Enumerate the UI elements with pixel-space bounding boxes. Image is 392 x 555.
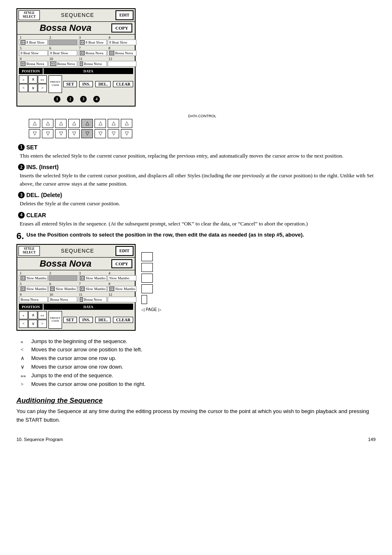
grid-cell: Bossa Nova — [48, 297, 77, 302]
nav-left-btn-2[interactable]: < — [19, 320, 28, 328]
dc-down-4[interactable]: ▽ — [68, 129, 80, 138]
dc-up-4[interactable]: △ — [68, 119, 80, 128]
grid-cell: 8 Beat Slow — [48, 50, 77, 56]
circle-2: 2 — [67, 96, 74, 102]
grid-num: 3 — [78, 35, 107, 39]
bullet-text: Moves the cursor arrow one row up. — [31, 354, 116, 363]
item-del-title: DEL. (Delete) — [26, 192, 62, 198]
grid-num: 12 — [108, 293, 136, 297]
data-control-section: DATA CONTROL △ △ △ △ △ △ △ △ ▽ ▽ ▽ ▽ ▽ ▽… — [29, 114, 376, 138]
dc-down-8[interactable]: ▽ — [121, 129, 132, 138]
bullet-item-6: > Moves the cursor arrow one position to… — [21, 380, 376, 389]
item-del-body: Deletes the Style at the current cursor … — [20, 200, 376, 208]
nav-right-btn[interactable]: > — [38, 84, 47, 92]
edit-btn-2[interactable]: EDIT — [115, 246, 134, 256]
grid-cell: EBossa Nova — [78, 61, 107, 67]
grid-cell: F8Slow Mambo — [48, 286, 77, 292]
nav-up-btn-2[interactable]: ∧ — [28, 311, 37, 319]
bullet-sym: < — [21, 346, 29, 354]
clear-btn-2[interactable]: CLEAR — [113, 317, 133, 323]
item-ins-header: 2 INS. (Insert) — [16, 164, 376, 170]
del-btn[interactable]: DEL. — [95, 81, 111, 87]
nav-up-btn[interactable]: ∧ — [28, 75, 37, 84]
bullet-sym: ∧ — [21, 354, 29, 363]
clear-btn[interactable]: CLEAR — [113, 81, 133, 87]
style-select-btn-2[interactable]: STYLESELECT — [18, 246, 40, 256]
bullet-item-5: »» Jumps to the end of the sequence. — [21, 372, 376, 380]
dc-up-7[interactable]: △ — [108, 119, 119, 128]
circle-clear: 4 — [18, 212, 25, 218]
set-btn-2[interactable]: SET — [63, 317, 77, 323]
dc-up-row: △ △ △ △ △ △ △ △ — [29, 119, 376, 128]
page-rect-3 — [141, 274, 153, 283]
dc-up-3[interactable]: △ — [55, 119, 67, 128]
page-nav[interactable]: ◁ PAGE ▷ — [141, 307, 161, 312]
grid-num: 6 — [48, 46, 77, 50]
grid-cell: EBossa Nova — [78, 297, 107, 302]
nav-first-btn-2[interactable]: « — [19, 311, 28, 319]
nav-last-btn-2[interactable]: »» — [38, 311, 47, 319]
nav-group-2: « ∧ »» < ∨ > — [19, 311, 47, 329]
item-clear-title: CLEAR — [26, 212, 46, 218]
edit-btn[interactable]: EDIT — [115, 10, 134, 20]
ins-btn[interactable]: INS. — [79, 81, 93, 87]
circle-ins: 2 — [18, 164, 25, 170]
second-screen: STYLESELECT SEQUENCE EDIT Bossa Nova COP… — [16, 244, 136, 331]
preset-user-btn-2[interactable]: PRESETUSER — [48, 311, 62, 329]
nav-down-btn-2[interactable]: ∨ — [28, 320, 37, 328]
auditioning-body: You can play the Sequence at any time du… — [16, 407, 376, 425]
grid-cell: R48 Beat Slow — [78, 39, 107, 45]
dc-down-5[interactable]: ▽ — [81, 129, 93, 138]
footer-chapter: 10. Sequence Program — [16, 437, 63, 442]
dc-down-1[interactable]: ▽ — [29, 129, 40, 138]
bullet-text: Jumps to the end of the sequence. — [31, 372, 113, 380]
grid-num: 11 — [78, 293, 107, 297]
dc-up-6[interactable]: △ — [95, 119, 106, 128]
ins-btn-2[interactable]: INS. — [79, 317, 93, 323]
bullet-sym: »» — [21, 372, 29, 380]
circle-3: 3 — [80, 96, 87, 102]
grid-cell — [108, 61, 136, 67]
style-select-btn[interactable]: STYLESELECT — [18, 10, 40, 20]
dc-down-2[interactable]: ▽ — [42, 129, 53, 138]
circle-1: 1 — [54, 96, 60, 102]
item-ins: 2 INS. (Insert) Inserts the selected Sty… — [16, 164, 376, 188]
item-set-header: 1 SET — [16, 144, 376, 151]
grid-num: 1 — [19, 271, 48, 275]
grid-cell — [48, 39, 77, 45]
dc-down-7[interactable]: ▽ — [108, 129, 119, 138]
dc-up-8[interactable]: △ — [121, 119, 132, 128]
nav-right-btn-2[interactable]: > — [38, 320, 47, 328]
dc-up-2[interactable]: △ — [42, 119, 53, 128]
circle-4: 4 — [93, 96, 100, 102]
grid-num: 12 — [108, 57, 136, 61]
dc-up-1[interactable]: △ — [29, 119, 40, 128]
second-screen-wrapper: STYLESELECT SEQUENCE EDIT Bossa Nova COP… — [16, 244, 376, 334]
grid-cell: 8 Beat Slow — [19, 50, 48, 56]
item-set-title: SET — [26, 144, 37, 151]
circle-set: 1 — [18, 144, 25, 151]
copy-btn-2[interactable]: COPY — [111, 259, 132, 268]
item-del: 3 DEL. (Delete) Deletes the Style at the… — [16, 192, 376, 208]
page-footer: 10. Sequence Program 149 — [16, 437, 376, 442]
preset-user-btn[interactable]: PRESETUSER — [48, 75, 62, 93]
data-label: DATA — [44, 68, 133, 74]
page-rect-1 — [141, 252, 153, 261]
grid-cell: R48 Beat Slow — [19, 39, 48, 45]
nav-down-btn[interactable]: ∨ — [28, 84, 37, 92]
bullet-item-1: « Jumps to the beginning of the sequence… — [21, 337, 376, 346]
copy-btn[interactable]: COPY — [111, 23, 132, 33]
nav-last-btn[interactable]: »» — [38, 75, 47, 84]
dc-down-6[interactable]: ▽ — [95, 129, 106, 138]
item-clear-body: Erases all entered Styles in the sequenc… — [20, 220, 376, 228]
set-btn[interactable]: SET — [63, 81, 77, 87]
nav-group: « ∧ »» < ∨ > — [19, 75, 47, 93]
nav-first-btn[interactable]: « — [19, 75, 28, 84]
screen-title-2: Bossa Nova — [20, 258, 111, 269]
dc-up-5[interactable]: △ — [81, 119, 93, 128]
grid-cell: Slow Mambo — [108, 275, 136, 281]
dc-down-3[interactable]: ▽ — [55, 129, 67, 138]
nav-left-btn[interactable]: < — [19, 84, 28, 92]
grid-cell — [48, 275, 77, 281]
del-btn-2[interactable]: DEL. — [95, 317, 111, 323]
